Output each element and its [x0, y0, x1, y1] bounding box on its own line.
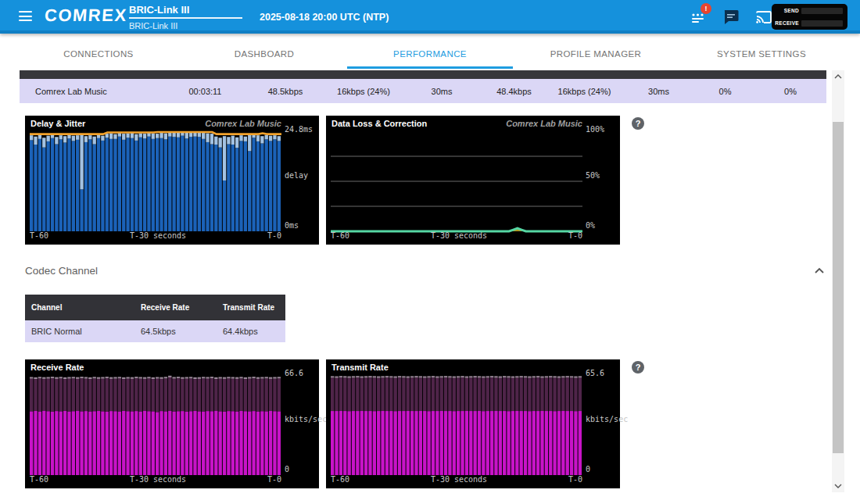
chat-icon[interactable] [721, 7, 741, 27]
help-icon[interactable]: ? [632, 361, 644, 374]
tab-profile-manager[interactable]: PROFILE MANAGER [513, 41, 679, 69]
connection-rx-rate: 48.5kbps [246, 87, 324, 96]
y-axis-max-label: 66.6 [285, 369, 319, 377]
data-loss-plot [331, 130, 582, 233]
x-axis-labels: T-60 T-30 seconds T-0 [331, 231, 582, 240]
x-tick: T-30 seconds [431, 475, 487, 484]
app-header: COMREX BRIC-Link III BRIC-Link III 2025-… [0, 0, 860, 34]
x-tick: T-0 [267, 231, 281, 240]
connection-rx-jitter: 16kbps (24%) [324, 87, 403, 96]
x-tick: T-60 [331, 475, 349, 484]
chart-title: Data Loss & Correction [331, 119, 427, 128]
connection-tx-jitter: 16kbps (24%) [547, 87, 622, 96]
chart-title: Receive Rate [30, 363, 84, 372]
y-axis-unit-label: kbits/sec [285, 415, 319, 424]
connection-stats-row[interactable]: Comrex Lab Music 00:03:11 48.5kbps 16kbp… [20, 79, 826, 103]
data-loss-correction-chart: Data Loss & Correction Comrex Lab Music … [326, 116, 620, 245]
title-underline [129, 17, 242, 19]
chart-title: Transmit Rate [331, 363, 389, 372]
chart-legend: Comrex Lab Music [506, 119, 582, 128]
codec-transmit-rate: 64.4kbps [217, 327, 285, 336]
tab-dashboard[interactable]: DASHBOARD [181, 41, 347, 69]
receive-rate-chart: Receive Rate 66.6 kbits/sec 0 T-60 T-30 … [25, 359, 319, 488]
vertical-scrollbar[interactable] [832, 70, 844, 492]
menu-icon[interactable] [19, 11, 32, 21]
codec-table-row[interactable]: BRIC Normal 64.5kbps 64.4kbps [25, 320, 285, 342]
codec-channel-table: Channel Receive Rate Transmit Rate BRIC … [25, 295, 285, 342]
connections-status-icon[interactable]: ! [688, 7, 708, 27]
collapse-chevron-icon[interactable] [813, 266, 826, 277]
codec-channel-name: BRIC Normal [25, 327, 134, 336]
connection-rx-delay: 30ms [403, 87, 481, 96]
x-tick: T-60 [30, 475, 48, 484]
x-tick: T-0 [267, 475, 281, 484]
device-title-block: BRIC-Link III BRIC-Link III [129, 4, 246, 30]
y-axis-label: delay [285, 171, 319, 180]
x-tick: T-30 seconds [431, 231, 487, 240]
main-tab-bar: CONNECTIONS DASHBOARD PERFORMANCE PROFIL… [16, 34, 844, 70]
alert-badge: ! [701, 3, 711, 14]
app-window: COMREX BRIC-Link III BRIC-Link III 2025-… [0, 0, 860, 504]
connection-correction: 0% [754, 87, 826, 96]
connection-tx-delay: 30ms [622, 87, 696, 96]
connection-name: Comrex Lab Music [20, 87, 164, 96]
y-axis-min-label: 0ms [285, 221, 319, 230]
tab-system-settings[interactable]: SYSTEM SETTINGS [679, 41, 844, 69]
send-meter-label: SEND [775, 8, 801, 13]
help-icon[interactable]: ? [632, 117, 644, 130]
x-axis-labels: T-60 T-30 seconds T-0 [30, 231, 281, 240]
x-tick: T-60 [30, 231, 48, 240]
send-meter: SEND [775, 7, 843, 14]
y-axis-min-label: 0% [586, 221, 620, 230]
codec-channel-heading: Codec Channel [25, 265, 98, 277]
y-axis-min-label: 0 [285, 465, 319, 474]
receive-rate-plot [30, 374, 281, 477]
transmit-rate-chart: Transmit Rate 65.6 kbits/sec 0 T-60 T-30… [326, 359, 620, 488]
col-receive-rate: Receive Rate [134, 303, 217, 312]
delay-jitter-plot [30, 130, 281, 233]
x-tick: T-30 seconds [130, 231, 186, 240]
scroll-up-arrow[interactable] [832, 70, 844, 83]
chart-legend: Comrex Lab Music [205, 119, 281, 128]
y-axis-mid-label: 50% [586, 171, 620, 180]
col-channel: Channel [25, 303, 134, 312]
y-axis-max-label: 65.6 [586, 369, 620, 377]
chart-title: Delay & Jitter [30, 119, 85, 128]
receive-meter: RECEIVE [775, 20, 843, 27]
y-axis-unit-label: kbits/sec [586, 415, 620, 424]
codec-receive-rate: 64.5kbps [134, 327, 217, 336]
receive-meter-label: RECEIVE [775, 20, 801, 26]
scrollbar-thumb[interactable] [833, 122, 844, 453]
y-axis-min-label: 0 [586, 465, 620, 474]
x-tick: T-0 [568, 475, 582, 484]
connection-duration: 00:03:11 [164, 87, 246, 96]
connection-table-header-strip [20, 70, 826, 79]
codec-table-header: Channel Receive Rate Transmit Rate [25, 295, 285, 320]
y-axis-max-label: 24.8ms [285, 125, 319, 134]
x-axis-labels: T-60 T-30 seconds T-0 [30, 475, 281, 484]
audio-level-meter: SEND RECEIVE [772, 4, 847, 30]
comrex-logo: COMREX [44, 5, 127, 26]
tab-performance[interactable]: PERFORMANCE [347, 41, 513, 69]
y-axis-max-label: 100% [586, 125, 620, 134]
transmit-rate-plot [331, 374, 582, 477]
device-subtitle: BRIC-Link III [129, 21, 246, 30]
x-axis-labels: T-60 T-30 seconds T-0 [331, 475, 582, 484]
header-icons: ! [688, 0, 774, 34]
x-tick: T-60 [331, 231, 349, 240]
scroll-down-arrow[interactable] [832, 480, 844, 492]
tab-connections[interactable]: CONNECTIONS [16, 41, 181, 69]
col-transmit-rate: Transmit Rate [217, 303, 285, 312]
device-title: BRIC-Link III [129, 4, 246, 16]
connection-loss: 0% [696, 87, 754, 96]
x-tick: T-0 [568, 231, 582, 240]
datetime-display: 2025-08-18 20:00 UTC (NTP) [260, 12, 389, 23]
connection-tx-rate: 48.4kbps [481, 87, 547, 96]
x-tick: T-30 seconds [130, 475, 186, 484]
delay-jitter-chart: Delay & Jitter Comrex Lab Music 24.8ms d… [25, 116, 319, 245]
